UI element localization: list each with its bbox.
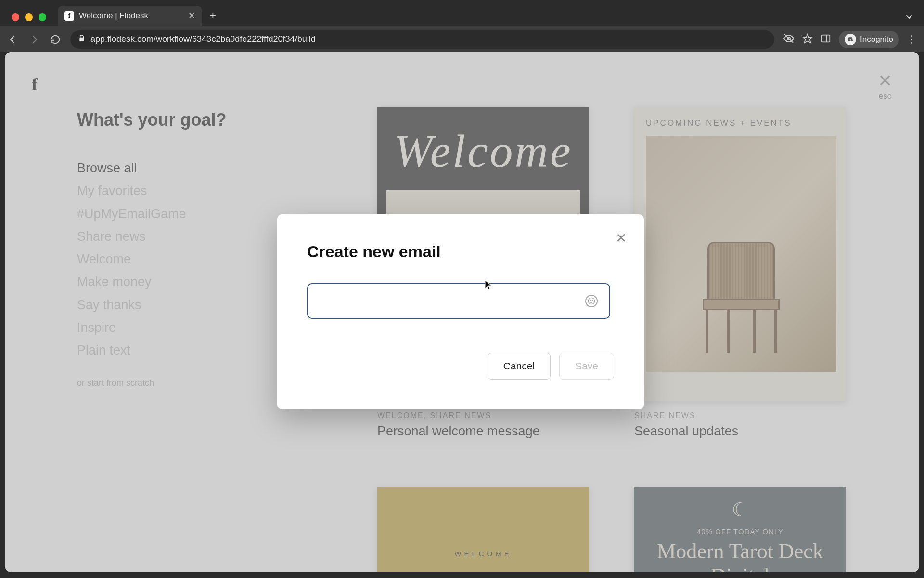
tab-bar: f Welcome | Flodesk ✕ + (58, 6, 224, 26)
app-viewport: f ✕ esc What's your goal? Browse all My … (5, 52, 919, 572)
url-bar: app.flodesk.com/workflow/6343c2ba9dfe222… (0, 26, 924, 52)
reload-button[interactable] (49, 33, 62, 46)
emoji-picker-button[interactable] (585, 295, 598, 307)
incognito-label: Incognito (860, 35, 893, 44)
modal-close-button[interactable]: ✕ (616, 232, 627, 245)
svg-point-6 (850, 39, 853, 41)
incognito-icon (845, 34, 856, 45)
new-tab-button[interactable]: + (202, 10, 224, 22)
bookmark-star-icon[interactable] (802, 33, 813, 46)
svg-point-5 (848, 39, 850, 41)
svg-point-7 (588, 298, 594, 304)
modal-actions: Cancel Save (307, 353, 614, 380)
svg-point-9 (592, 300, 592, 301)
tab-favicon-icon: f (64, 11, 74, 21)
forward-button[interactable] (28, 33, 40, 46)
email-name-input[interactable] (307, 283, 610, 319)
window-minimize-button[interactable] (25, 13, 33, 21)
tabs-overflow-icon[interactable] (904, 12, 914, 24)
url-text: app.flodesk.com/workflow/6343c2ba9dfe222… (90, 34, 316, 44)
window-zoom-button[interactable] (38, 13, 46, 21)
tab-title: Welcome | Flodesk (79, 11, 148, 21)
browser-chrome: f Welcome | Flodesk ✕ + app.flodesk.com/… (0, 0, 924, 52)
modal-input-wrap (307, 283, 610, 319)
svg-marker-2 (803, 34, 812, 42)
panel-icon[interactable] (821, 33, 831, 46)
create-email-modal: ✕ Create new email Cancel Save (277, 214, 644, 409)
window-close-button[interactable] (12, 13, 19, 21)
back-button[interactable] (7, 33, 19, 46)
tab-close-icon[interactable]: ✕ (188, 11, 195, 21)
eye-off-icon[interactable] (783, 33, 795, 46)
save-button[interactable]: Save (559, 353, 614, 380)
mouse-cursor-icon (485, 280, 492, 290)
browser-menu-icon[interactable]: ⋯ (906, 34, 918, 45)
svg-rect-3 (822, 35, 830, 42)
modal-title: Create new email (307, 242, 614, 261)
cancel-button[interactable]: Cancel (488, 353, 551, 380)
address-bar[interactable]: app.flodesk.com/workflow/6343c2ba9dfe222… (70, 30, 774, 49)
browser-tab[interactable]: f Welcome | Flodesk ✕ (58, 6, 202, 26)
window-controls (12, 13, 46, 21)
lock-icon (78, 34, 86, 44)
svg-point-8 (590, 300, 590, 301)
toolbar-right: Incognito ⋯ (783, 31, 917, 48)
incognito-badge[interactable]: Incognito (839, 31, 899, 48)
